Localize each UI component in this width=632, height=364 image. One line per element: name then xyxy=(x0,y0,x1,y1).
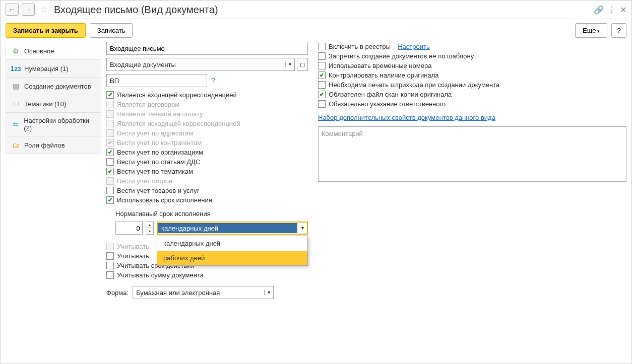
more-button[interactable]: Еще xyxy=(575,23,607,38)
checkbox[interactable] xyxy=(318,52,326,60)
sidebar-item-label: Основное xyxy=(24,47,54,55)
checkbox-row: Вести учет по статьям ДДС xyxy=(106,157,308,167)
checkbox[interactable] xyxy=(106,187,114,194)
checkbox-row: Вести учет по тематикам xyxy=(106,167,308,176)
checkbox-row: Обязателен файл скан-копии оригинала xyxy=(318,90,626,99)
checkbox-row: Запретить создание документов не по шабл… xyxy=(318,51,626,61)
sidebar-item-topics[interactable]: 🏷 Тематики (10) xyxy=(6,95,101,113)
kebab-icon[interactable]: ⋮ xyxy=(608,5,616,15)
props-link[interactable]: Набор дополнительных свойств документов … xyxy=(318,114,495,121)
checkbox-label: Является входящей корреспонденцией xyxy=(117,91,237,99)
checkbox[interactable] xyxy=(106,252,114,260)
help-button[interactable]: ? xyxy=(611,23,626,38)
nav-forward-button[interactable]: → xyxy=(22,4,35,16)
dropdown-option[interactable]: календарных дней xyxy=(157,236,307,251)
titlebar: ← → ☆ Входящее письмо (Вид документа) 🔗 … xyxy=(1,1,631,19)
sidebar-item-numbering[interactable]: 123 Нумерация (1) xyxy=(6,59,101,78)
form-value: Бумажная или электронная xyxy=(133,289,264,297)
sidebar-item-label: Создание документов xyxy=(24,83,91,90)
norm-value-input[interactable] xyxy=(115,222,143,235)
comment-textarea[interactable]: Комментарий xyxy=(318,126,626,182)
spin-down-icon[interactable]: ▼ xyxy=(146,228,153,234)
norm-unit-dropdown: календарных дней рабочих дней xyxy=(157,236,308,266)
checkbox xyxy=(106,120,114,127)
sidebar-item-roles[interactable]: 🗂 Роли файлов xyxy=(6,136,101,154)
checkbox-label: Необходима печать штрихкода при создании… xyxy=(329,81,499,89)
tag-icon: 🏷 xyxy=(11,99,20,108)
checkbox-row: Включить в реестрыНастроить xyxy=(318,42,626,51)
dropdown-icon[interactable]: ▼ xyxy=(264,290,273,295)
spin-up-icon[interactable]: ▲ xyxy=(146,222,153,228)
folder-value: Входящие документы xyxy=(107,61,285,68)
checkbox-label: Запретить создание документов не по шабл… xyxy=(329,52,474,60)
toolbar: Записать и закрыть Записать Еще ? xyxy=(1,19,631,42)
checkbox-label: Является договором xyxy=(117,101,179,108)
favorite-icon[interactable]: ☆ xyxy=(40,4,48,15)
checkbox[interactable] xyxy=(106,149,114,156)
left-column: Входящие документы ▼ ▢ ? Является входящ… xyxy=(106,42,308,358)
checkbox-row: Вести учет товаров и услуг xyxy=(106,186,308,195)
checkbox-label: Вести учет по тематикам xyxy=(117,168,193,175)
help-icon[interactable]: ? xyxy=(211,77,215,85)
checkbox[interactable] xyxy=(106,196,114,204)
checkbox-label: Обязательно указание ответственного xyxy=(329,100,446,108)
right-column: Включить в реестрыНастроитьЗапретить соз… xyxy=(318,42,626,358)
norm-unit-select[interactable]: календарных дней ▼ календарных дней рабо… xyxy=(157,222,308,235)
checkbox-row: Является договором xyxy=(106,100,308,109)
checkbox xyxy=(106,177,114,185)
open-folder-button[interactable]: ▢ xyxy=(297,58,308,71)
nav-back-button[interactable]: ← xyxy=(6,4,19,16)
checkbox[interactable] xyxy=(106,271,114,279)
checkbox-row: Вести учет сторон xyxy=(106,176,308,186)
norm-term-label: Нормативный срок исполнения xyxy=(106,208,308,219)
checkbox-label: Обязателен файл скан-копии оригинала xyxy=(329,91,452,98)
checkbox-row: Является исходящей корреспонденцией xyxy=(106,119,308,128)
checkbox-label: Является заявкой на оплату xyxy=(117,110,203,118)
checkbox[interactable] xyxy=(318,100,326,108)
sidebar-item-label: Нумерация (1) xyxy=(24,65,69,72)
sidebar: ⚙ Основное 123 Нумерация (1) ▤ Создание … xyxy=(6,42,101,358)
content: ⚙ Основное 123 Нумерация (1) ▤ Создание … xyxy=(1,42,631,363)
save-button[interactable]: Записать xyxy=(90,23,133,38)
sidebar-item-main[interactable]: ⚙ Основное xyxy=(6,42,101,60)
folder-select[interactable]: Входящие документы ▼ xyxy=(106,58,295,71)
checkbox[interactable] xyxy=(106,158,114,166)
checkbox-label: Вести учет по организациям xyxy=(117,149,203,156)
checkbox[interactable] xyxy=(318,71,326,79)
close-icon[interactable]: ✕ xyxy=(620,5,626,15)
checkbox-row: Является входящей корреспонденцией xyxy=(106,90,308,100)
sidebar-item-processing[interactable]: ⇆ Настройки обработки (2) xyxy=(6,112,101,136)
checkbox xyxy=(106,129,114,137)
code-input[interactable] xyxy=(106,74,207,87)
checkbox-row: Обязательно указание ответственного xyxy=(318,99,626,109)
checkbox[interactable] xyxy=(106,262,114,269)
configure-link[interactable]: Настроить xyxy=(398,43,430,50)
checkbox-label: Вести учет товаров и услуг xyxy=(117,187,199,194)
checkbox-row: Контролировать наличие оригинала xyxy=(318,70,626,80)
checkbox[interactable] xyxy=(318,91,326,98)
checkbox[interactable] xyxy=(318,43,326,50)
dropdown-icon[interactable]: ▼ xyxy=(285,62,294,67)
name-input[interactable] xyxy=(106,42,308,55)
processing-icon: ⇆ xyxy=(11,120,20,129)
numbering-icon: 123 xyxy=(11,64,20,73)
checkbox[interactable] xyxy=(318,81,326,89)
save-close-button[interactable]: Записать и закрыть xyxy=(6,23,86,38)
checkbox[interactable] xyxy=(106,168,114,175)
checkbox-label: Включить в реестры xyxy=(329,43,391,50)
checkbox-label: Вести учет по статьям ДДС xyxy=(117,158,200,166)
sidebar-item-doccreate[interactable]: ▤ Создание документов xyxy=(6,77,101,95)
page-title: Входящее письмо (Вид документа) xyxy=(54,4,591,16)
checkbox-row: Учитывать сумму документа xyxy=(106,270,308,280)
dropdown-icon[interactable]: ▼ xyxy=(298,226,307,231)
checkbox xyxy=(106,101,114,108)
dropdown-option[interactable]: рабочих дней xyxy=(157,251,307,265)
checkbox xyxy=(106,243,114,250)
form-select[interactable]: Бумажная или электронная ▼ xyxy=(133,286,274,299)
link-icon[interactable]: 🔗 xyxy=(594,5,604,15)
checkbox-label: Контролировать наличие оригинала xyxy=(329,71,439,79)
checkbox xyxy=(106,110,114,118)
checkbox[interactable] xyxy=(106,91,114,99)
checkbox-label: Вести учет по адресатам xyxy=(117,129,193,137)
checkbox[interactable] xyxy=(318,62,326,69)
